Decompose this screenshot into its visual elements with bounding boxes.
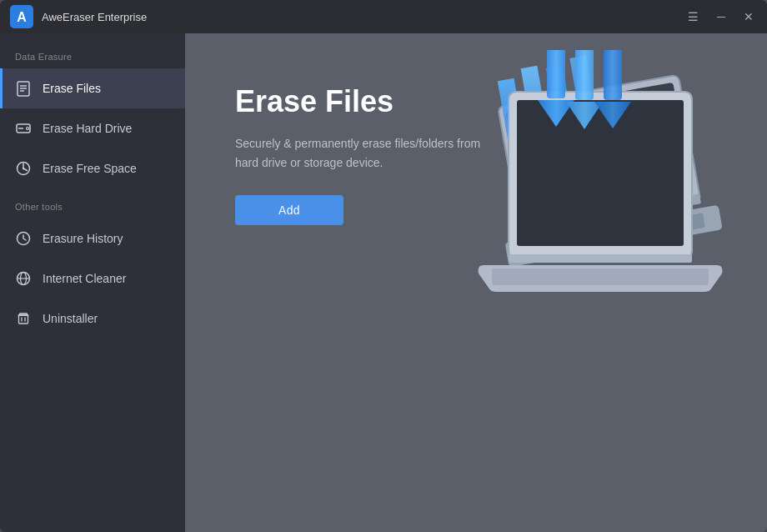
app-body: Data Erasure Erase Files xyxy=(0,33,767,532)
sidebar-item-erase-files-label: Erase Files xyxy=(43,82,101,95)
sidebar-item-erase-hard-drive[interactable]: Erase Hard Drive xyxy=(0,108,185,148)
svg-rect-26 xyxy=(509,254,692,263)
sidebar-item-internet-cleaner-label: Internet Cleaner xyxy=(43,272,126,285)
sidebar-item-erase-free-space-label: Erase Free Space xyxy=(43,162,137,175)
sidebar-item-erasure-history[interactable]: Erasure History xyxy=(0,218,185,258)
erase-hard-drive-icon xyxy=(14,119,33,138)
svg-rect-27 xyxy=(492,269,709,285)
app-title: AweEraser Enterprise xyxy=(42,11,684,23)
sidebar-section-data-erasure: Data Erasure xyxy=(0,38,185,68)
app-logo: A xyxy=(10,5,33,28)
sidebar-section-other-tools: Other tools xyxy=(0,188,185,218)
page-title: Erase Files xyxy=(235,83,725,119)
add-button[interactable]: Add xyxy=(235,195,343,225)
svg-rect-15 xyxy=(19,315,28,324)
svg-point-7 xyxy=(27,128,29,130)
internet-cleaner-icon xyxy=(14,269,33,288)
content-description: Securely & permanently erase files/folde… xyxy=(235,134,485,172)
sidebar-item-erase-files[interactable]: Erase Files xyxy=(0,68,185,108)
window-controls: ☰ ─ ✕ xyxy=(684,9,757,24)
main-content: Erase Files Securely & permanently erase… xyxy=(185,33,767,532)
menu-button[interactable]: ☰ xyxy=(684,9,702,24)
sidebar: Data Erasure Erase Files xyxy=(0,33,185,532)
titlebar: A AweEraser Enterprise ☰ ─ ✕ xyxy=(0,0,767,33)
sidebar-item-uninstaller-label: Uninstaller xyxy=(43,312,98,325)
sidebar-item-erasure-history-label: Erasure History xyxy=(43,232,123,245)
sidebar-item-internet-cleaner[interactable]: Internet Cleaner xyxy=(0,258,185,299)
erase-free-space-icon xyxy=(14,159,33,178)
svg-text:A: A xyxy=(17,10,27,24)
uninstaller-icon xyxy=(14,309,33,328)
close-button[interactable]: ✕ xyxy=(740,9,757,24)
erase-files-icon xyxy=(14,79,33,98)
sidebar-item-erase-free-space[interactable]: Erase Free Space xyxy=(0,148,185,188)
sidebar-item-uninstaller[interactable]: Uninstaller xyxy=(0,299,185,339)
sidebar-item-erase-hard-drive-label: Erase Hard Drive xyxy=(43,122,132,135)
content-left: Erase Files Securely & permanently erase… xyxy=(235,83,725,225)
erasure-history-icon xyxy=(14,229,33,248)
minimize-button[interactable]: ─ xyxy=(714,9,729,24)
svg-point-10 xyxy=(23,168,24,169)
